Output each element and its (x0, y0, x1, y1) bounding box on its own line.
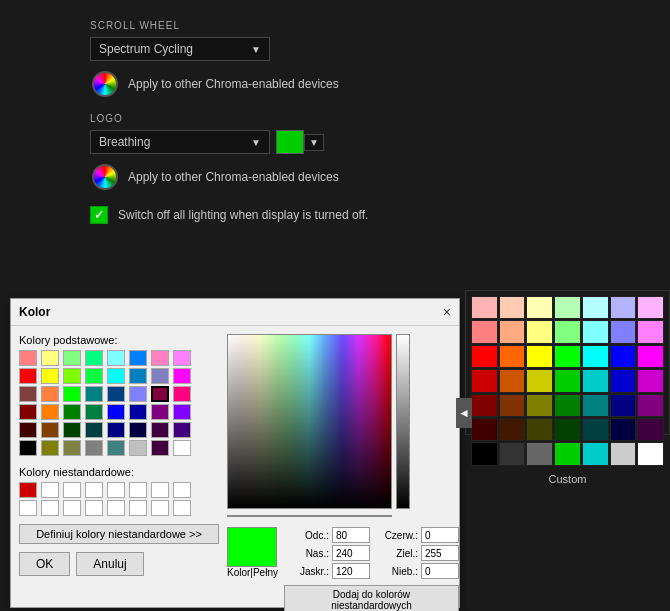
right-color-cell[interactable] (582, 296, 609, 319)
basic-color-cell[interactable] (63, 440, 81, 456)
basic-color-cell[interactable] (19, 422, 37, 438)
basic-color-cell[interactable] (19, 386, 37, 402)
right-color-cell[interactable] (554, 418, 581, 441)
basic-color-cell[interactable] (107, 350, 125, 366)
basic-color-cell[interactable] (85, 386, 103, 402)
basic-color-cell[interactable] (173, 422, 191, 438)
basic-color-cell[interactable] (41, 440, 59, 456)
jask-input[interactable] (332, 563, 370, 579)
basic-color-cell[interactable] (129, 422, 147, 438)
basic-color-cell[interactable] (129, 404, 147, 420)
custom-color-cell[interactable] (63, 482, 81, 498)
basic-color-cell[interactable] (173, 368, 191, 384)
basic-color-cell[interactable] (19, 368, 37, 384)
basic-color-cell[interactable] (41, 350, 59, 366)
custom-color-cell[interactable] (173, 500, 191, 516)
basic-color-cell[interactable] (41, 422, 59, 438)
basic-color-cell[interactable] (85, 368, 103, 384)
logo-color-dropdown[interactable]: ▼ (304, 134, 324, 151)
right-color-cell[interactable] (610, 320, 637, 343)
basic-color-cell[interactable] (151, 350, 169, 366)
czerw-input[interactable] (421, 527, 459, 543)
right-color-cell[interactable] (582, 369, 609, 392)
cancel-button[interactable]: Anuluj (76, 552, 143, 576)
basic-color-cell[interactable] (151, 368, 169, 384)
custom-color-cell[interactable] (19, 482, 37, 498)
chroma-icon-1[interactable] (92, 71, 118, 97)
hue-bar[interactable] (227, 515, 392, 517)
basic-color-cell[interactable] (63, 404, 81, 420)
custom-color-cell[interactable] (151, 482, 169, 498)
logo-color-swatch[interactable] (276, 130, 304, 154)
right-color-cell[interactable] (471, 418, 498, 441)
right-color-cell[interactable] (499, 369, 526, 392)
basic-color-cell[interactable] (151, 404, 169, 420)
custom-color-cell[interactable] (107, 482, 125, 498)
right-color-cell[interactable] (499, 442, 526, 465)
right-color-cell[interactable] (526, 320, 553, 343)
right-color-cell[interactable] (526, 394, 553, 417)
right-color-cell[interactable] (610, 394, 637, 417)
chroma-icon-2[interactable] (92, 164, 118, 190)
right-color-cell[interactable] (637, 296, 664, 319)
basic-color-cell[interactable] (41, 368, 59, 384)
right-color-cell[interactable] (471, 320, 498, 343)
basic-color-cell[interactable] (173, 404, 191, 420)
basic-color-cell[interactable] (19, 440, 37, 456)
right-color-cell[interactable] (582, 394, 609, 417)
custom-color-cell[interactable] (63, 500, 81, 516)
right-color-cell[interactable] (637, 369, 664, 392)
right-color-cell[interactable] (582, 320, 609, 343)
custom-color-cell[interactable] (129, 482, 147, 498)
basic-color-cell[interactable] (85, 440, 103, 456)
basic-color-cell[interactable] (63, 368, 81, 384)
custom-color-cell[interactable] (41, 500, 59, 516)
basic-color-cell[interactable] (107, 422, 125, 438)
basic-color-cell[interactable] (41, 404, 59, 420)
right-color-cell[interactable] (637, 320, 664, 343)
right-color-cell[interactable] (471, 394, 498, 417)
right-color-cell[interactable] (471, 369, 498, 392)
basic-color-cell[interactable] (129, 368, 147, 384)
basic-color-cell[interactable] (85, 350, 103, 366)
right-color-cell[interactable] (499, 418, 526, 441)
collapse-arrow-button[interactable]: ◄ (456, 398, 472, 428)
ok-button[interactable]: OK (19, 552, 70, 576)
custom-color-cell[interactable] (19, 500, 37, 516)
right-color-cell[interactable] (471, 296, 498, 319)
right-color-cell[interactable] (471, 442, 498, 465)
custom-color-cell[interactable] (85, 482, 103, 498)
custom-color-cell[interactable] (85, 500, 103, 516)
basic-color-cell[interactable] (63, 350, 81, 366)
dialog-close-button[interactable]: × (443, 305, 451, 319)
basic-color-cell[interactable] (107, 404, 125, 420)
right-color-cell[interactable] (554, 369, 581, 392)
basic-color-cell[interactable] (129, 350, 147, 366)
basic-color-cell[interactable] (85, 422, 103, 438)
right-color-cell[interactable] (610, 345, 637, 368)
right-color-cell[interactable] (526, 369, 553, 392)
right-color-cell[interactable] (637, 442, 664, 465)
add-to-custom-button[interactable]: Dodaj do kolorów niestandardowych (284, 585, 459, 611)
right-color-cell[interactable] (610, 296, 637, 319)
right-color-cell[interactable] (637, 418, 664, 441)
nas-input[interactable] (332, 545, 370, 561)
lighting-checkbox[interactable]: ✓ (90, 206, 108, 224)
basic-color-cell[interactable] (85, 404, 103, 420)
logo-dropdown[interactable]: Breathing ▼ (90, 130, 270, 154)
right-color-cell[interactable] (610, 442, 637, 465)
right-color-cell[interactable] (554, 442, 581, 465)
right-color-cell[interactable] (554, 345, 581, 368)
basic-color-cell[interactable] (63, 386, 81, 402)
right-color-cell[interactable] (526, 442, 553, 465)
color-gradient-canvas[interactable] (227, 334, 392, 509)
basic-color-cell[interactable] (129, 386, 147, 402)
basic-color-cell[interactable] (107, 440, 125, 456)
custom-color-cell[interactable] (129, 500, 147, 516)
basic-color-cell[interactable] (129, 440, 147, 456)
basic-color-cell[interactable] (107, 368, 125, 384)
right-color-cell[interactable] (499, 394, 526, 417)
right-color-cell[interactable] (582, 418, 609, 441)
right-color-cell[interactable] (526, 296, 553, 319)
right-color-cell[interactable] (554, 296, 581, 319)
